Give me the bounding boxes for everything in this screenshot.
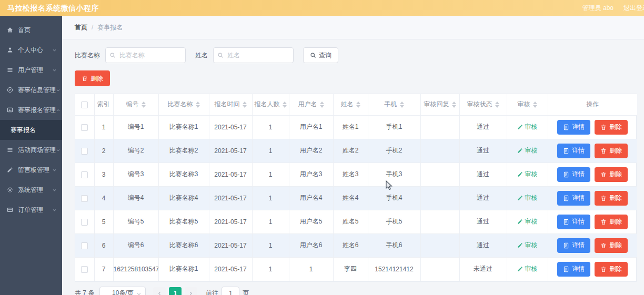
sort-caret-icon[interactable] (283, 101, 287, 108)
edit-icon (517, 171, 523, 177)
row-checkbox[interactable] (81, 266, 88, 273)
column-header-date[interactable]: 报名时间 (209, 94, 252, 115)
sidebar-item-activity-mall-mgmt[interactable]: 活动商场管理 (0, 140, 62, 160)
column-header-number[interactable]: 编号 (113, 94, 158, 115)
detail-button[interactable]: 详情 (557, 191, 590, 206)
page-size-select[interactable]: 10条/页 (99, 287, 146, 295)
sidebar-item-profile[interactable]: 个人中心 (0, 40, 62, 60)
sort-caret-icon[interactable] (452, 101, 456, 108)
row-checkbox[interactable] (81, 219, 88, 226)
trash-icon (600, 195, 607, 201)
sidebar-item-home[interactable]: 首页 (0, 20, 62, 40)
detail-button[interactable]: 详情 (557, 238, 590, 253)
column-header-race[interactable]: 比赛名称 (158, 94, 209, 115)
cell-phone: 手机1 (368, 115, 420, 139)
delete-row-button[interactable]: 删除 (595, 120, 628, 135)
column-header-count[interactable]: 报名人数 (252, 94, 289, 115)
sort-caret-icon[interactable] (356, 101, 360, 108)
sort-caret-icon[interactable] (400, 101, 404, 108)
trash-icon (600, 242, 607, 249)
sidebar-item-event-info-mgmt[interactable]: 赛事信息管理 (0, 80, 62, 100)
sidebar-item-system-mgmt[interactable]: 系统管理 (0, 180, 62, 200)
chevron-down-icon (56, 148, 61, 152)
sort-caret-icon[interactable] (320, 101, 324, 108)
row-checkbox[interactable] (81, 124, 88, 131)
image-icon (7, 107, 13, 113)
column-header-audit[interactable]: 审核 (507, 94, 548, 115)
menu-icon (7, 67, 13, 73)
audit-link[interactable]: 审核 (517, 265, 538, 273)
audit-link[interactable]: 审核 (517, 170, 538, 179)
delete-row-button[interactable]: 删除 (595, 215, 628, 229)
column-header-status[interactable]: 审核状态 (459, 94, 507, 115)
cell-name: 姓名6 (333, 233, 368, 257)
row-checkbox[interactable] (81, 242, 88, 249)
detail-button[interactable]: 详情 (557, 167, 590, 182)
detail-button[interactable]: 详情 (557, 120, 590, 135)
sidebar-item-message-board-mgmt[interactable]: 留言板管理 (0, 160, 62, 180)
sort-caret-icon[interactable] (495, 101, 499, 108)
row-checkbox[interactable] (81, 171, 88, 178)
cell-actions: 详情删除 (548, 162, 637, 186)
person-name-input[interactable] (213, 47, 294, 63)
delete-row-button[interactable]: 删除 (595, 191, 628, 206)
cell-name: 姓名5 (333, 210, 368, 233)
cell-name: 姓名1 (333, 115, 368, 139)
sidebar-subitem-event-signup[interactable]: 赛事报名 (0, 120, 62, 140)
column-header-reply[interactable]: 审核回复 (420, 94, 459, 115)
cell-count: 1 (252, 257, 289, 281)
query-button[interactable]: 查询 (303, 47, 338, 63)
next-page-button[interactable] (185, 287, 197, 295)
sidebar-item-order-mgmt[interactable]: 订单管理 (0, 200, 62, 220)
cell-username: 1 (289, 257, 333, 281)
cell-actions: 详情删除 (548, 139, 637, 162)
cell-phone: 手机3 (368, 162, 420, 186)
delete-row-button[interactable]: 删除 (595, 262, 628, 277)
cell-phone: 手机6 (368, 233, 420, 257)
sort-caret-icon[interactable] (243, 101, 247, 108)
column-header-phone[interactable]: 手机 (368, 94, 420, 115)
row-checkbox[interactable] (81, 148, 88, 155)
page-number-button[interactable]: 1 (169, 287, 182, 295)
sort-caret-icon[interactable] (196, 101, 200, 108)
sidebar-item-event-signup-mgmt[interactable]: 赛事报名管理 (0, 100, 62, 120)
sidebar-item-user-management[interactable]: 用户管理 (0, 60, 62, 80)
cell-phone: 手机5 (368, 210, 420, 233)
prev-page-button[interactable] (153, 287, 166, 295)
row-checkbox[interactable] (81, 195, 88, 202)
cell-date: 2021-05-17 (209, 139, 252, 162)
audit-link[interactable]: 审核 (517, 146, 538, 155)
bulk-delete-button[interactable]: 删除 (75, 70, 110, 86)
breadcrumb-separator: / (92, 24, 93, 31)
sort-caret-icon[interactable] (533, 101, 537, 108)
delete-row-button[interactable]: 删除 (595, 238, 628, 253)
sort-caret-icon[interactable] (142, 101, 146, 108)
goto-page-input[interactable] (222, 287, 239, 295)
cell-actions: 详情删除 (548, 186, 637, 210)
table-row: 3编号3比赛名称32021-05-171用户名3姓名3手机3通过审核详情删除 (75, 162, 637, 186)
delete-row-button[interactable]: 删除 (595, 144, 628, 158)
cell-reply (420, 257, 459, 281)
audit-link[interactable]: 审核 (517, 194, 538, 202)
column-header-name[interactable]: 姓名 (333, 94, 368, 115)
search-form: 比赛名称 姓名 查询 (75, 47, 644, 63)
column-header-username[interactable]: 用户名 (289, 94, 333, 115)
detail-button[interactable]: 详情 (557, 215, 590, 229)
audit-link[interactable]: 审核 (517, 241, 538, 250)
audit-link[interactable]: 审核 (517, 123, 538, 131)
detail-button[interactable]: 详情 (557, 262, 590, 277)
race-name-input[interactable] (105, 47, 186, 63)
select-all-checkbox[interactable] (81, 101, 88, 108)
card-icon (7, 207, 13, 213)
cell-number: 编号5 (113, 210, 158, 233)
delete-row-button[interactable]: 删除 (595, 167, 628, 182)
goto-suffix-label: 页 (243, 289, 249, 295)
trash-icon (600, 219, 607, 225)
cell-name: 姓名2 (333, 139, 368, 162)
cell-index: 6 (94, 233, 113, 257)
breadcrumb-home[interactable]: 首页 (75, 23, 87, 32)
logout-link[interactable]: 退出登录 (623, 0, 644, 16)
detail-button[interactable]: 详情 (557, 144, 590, 158)
audit-link[interactable]: 审核 (517, 217, 538, 226)
goto-label: 前往 (206, 289, 218, 295)
